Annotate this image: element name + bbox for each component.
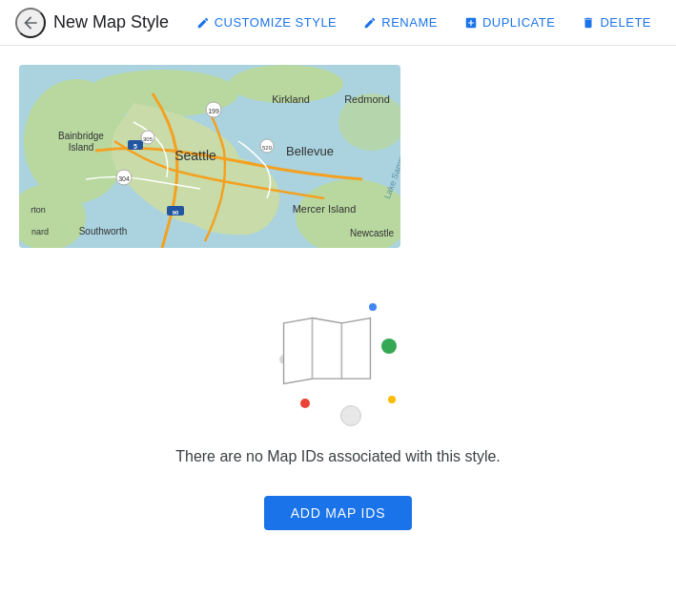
duplicate-label: DUPLICATE [482, 15, 556, 30]
svg-text:5: 5 [133, 143, 137, 150]
add-map-ids-button[interactable]: ADD MAP IDS [264, 496, 413, 530]
svg-text:199: 199 [208, 108, 219, 114]
main-content: 5 90 199 304 305 520 Bainbridge Island S… [0, 46, 676, 568]
folded-map-icon [279, 315, 375, 387]
svg-text:Seattle: Seattle [174, 148, 216, 163]
svg-text:Southworth: Southworth [79, 226, 128, 236]
page-title: New Map Style [53, 12, 169, 32]
svg-text:Mercer Island: Mercer Island [293, 203, 357, 215]
customize-style-label: CUSTOMIZE STYLE [215, 15, 338, 30]
svg-text:rton: rton [31, 205, 46, 215]
svg-text:520: 520 [262, 145, 273, 151]
svg-text:Island: Island [69, 142, 94, 153]
svg-text:90: 90 [173, 210, 179, 216]
map-illustration [262, 286, 415, 429]
svg-text:Redmond: Redmond [344, 93, 390, 105]
map-preview: 5 90 199 304 305 520 Bainbridge Island S… [19, 65, 400, 248]
delete-label: DELETE [600, 15, 651, 30]
svg-text:Bainbridge: Bainbridge [58, 131, 104, 141]
delete-button[interactable]: DELETE [572, 10, 661, 35]
dot-green [381, 339, 397, 354]
rename-button[interactable]: RENAME [354, 10, 447, 35]
svg-text:Kirkland: Kirkland [272, 93, 310, 105]
empty-state: There are no Map IDs associated with thi… [19, 286, 657, 530]
dot-light-1 [340, 405, 361, 426]
svg-text:304: 304 [118, 175, 130, 182]
svg-text:nard: nard [31, 227, 49, 236]
empty-message: There are no Map IDs associated with thi… [175, 448, 501, 465]
duplicate-button[interactable]: DUPLICATE [455, 10, 565, 35]
dot-yellow [388, 396, 396, 403]
dot-blue [369, 303, 377, 311]
rename-label: RENAME [381, 15, 438, 30]
back-button[interactable] [15, 8, 46, 38]
customize-style-button[interactable]: CUSTOMIZE STYLE [187, 10, 347, 35]
svg-text:Bellevue: Bellevue [286, 144, 334, 158]
svg-text:Newcastle: Newcastle [350, 228, 395, 238]
toolbar: New Map Style CUSTOMIZE STYLE RENAME DUP… [0, 0, 676, 46]
dot-red [300, 399, 310, 408]
svg-text:305: 305 [143, 136, 154, 142]
